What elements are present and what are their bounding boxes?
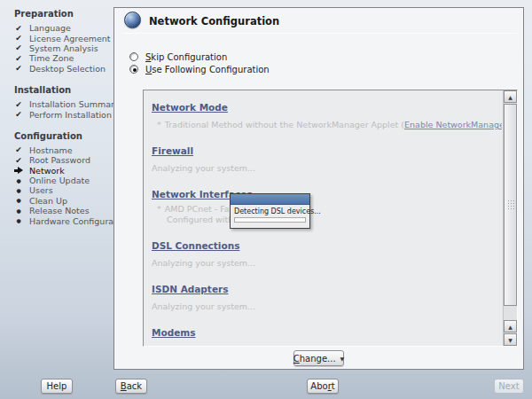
change-button[interactable]: Change... ▼ [293,350,344,366]
step-license-agreement: ✔ License Agreement [14,33,113,43]
main-panel: Network Configuration Skip Configuration… [113,7,524,370]
summary-section-firewall: Firewall Analyzing your system... [152,141,498,173]
popup-message: Detecting DSL devices... [231,205,309,217]
check-icon: ✔ [14,64,23,73]
network-mode-detail: *Traditional Method without the NetworkM… [157,120,498,129]
pending-bullet-icon: ● [14,216,23,225]
check-icon: ✔ [14,43,23,52]
step-perform-installation: ✔ Perform Installation [14,109,113,119]
radio-selected-icon [129,65,138,74]
steps-section-preparation: Preparation ✔ Language ✔ License Agreeme… [14,9,113,74]
isdn-status: Analyzing your system... [152,301,498,311]
installer-steps-sidebar: Preparation ✔ Language ✔ License Agreeme… [0,0,113,238]
check-icon: ✔ [14,110,23,119]
pending-bullet-icon: ● [14,176,23,185]
pending-bullet-icon: ● [14,186,23,195]
network-interfaces-detail-2: Configured with [167,215,498,224]
step-desktop-selection: ✔ Desktop Selection [14,64,113,74]
pending-bullet-icon: ● [14,196,23,205]
step-time-zone: ✔ Time Zone [14,53,113,63]
summary-section-dsl: DSL Connections Analyzing your system... [152,236,498,268]
firewall-status: Analyzing your system... [152,163,498,173]
radio-unselected-icon [129,52,138,61]
modems-link[interactable]: Modems [152,327,196,338]
isdn-adapters-link[interactable]: ISDN Adapters [152,284,228,294]
scroll-up-icon[interactable]: ▲ [504,320,517,332]
globe-icon [124,12,141,28]
network-interfaces-detail: *AMD PCnet - Fast 79C971 [157,204,498,214]
radio-use-following-configuration[interactable]: Use Following Configuration [129,63,270,75]
scroll-down-icon[interactable]: ▼ [504,333,517,346]
steps-section-title: Preparation [14,9,113,19]
current-step-arrow-icon [14,167,23,175]
installer-window: { "icons": { "check": "✔", "pending_bull… [0,0,532,399]
check-icon: ✔ [14,54,23,63]
modems-status: Analyzing your system... [152,345,498,346]
enable-networkmanager-link[interactable]: Enable NetworkManager [404,120,502,129]
summary-section-network-mode: Network Mode *Traditional Method without… [152,98,498,129]
scroll-up-icon[interactable]: ▲ [504,90,517,103]
step-users: ● Users [14,185,113,195]
help-button[interactable]: Help [41,379,73,394]
next-button[interactable]: Next [494,379,524,394]
popup-progress-bar [234,217,306,223]
network-summary-content: Network Mode *Traditional Method without… [144,90,502,346]
step-network-current: Network [14,166,113,176]
step-online-update: ● Online Update [14,176,113,185]
step-hardware-configuration: ● Hardware Configuration [14,215,113,225]
configuration-mode-radio-group: Skip Configuration Use Following Configu… [129,51,270,75]
summary-section-network-interfaces: Network Interfaces *AMD PCnet - Fast 79C… [152,184,498,224]
scrollbar-thumb[interactable] [504,104,517,306]
step-release-notes: ● Release Notes [14,206,113,215]
bullet-asterisk: * [157,120,161,129]
summary-scrollbar[interactable]: ▲ ▲ ▼ [503,90,517,346]
steps-section-installation: Installation ✔ Installation Summary ✔ Pe… [14,85,113,120]
check-icon: ✔ [14,100,23,109]
steps-section-title: Installation [14,85,113,95]
step-clean-up: ● Clean Up [14,196,113,206]
dsl-connections-link[interactable]: DSL Connections [152,240,239,251]
pending-bullet-icon: ● [14,207,23,215]
step-hostname: ✔ Hostname [14,145,113,155]
radio-skip-configuration[interactable]: Skip Configuration [129,51,270,63]
page-title: Network Configuration [149,15,279,27]
step-language: ✔ Language [14,23,113,33]
step-system-analysis: ✔ System Analysis [14,43,113,53]
back-button[interactable]: Back [115,379,147,394]
bullet-asterisk: * [157,204,161,214]
check-icon: ✔ [14,145,23,154]
network-mode-link[interactable]: Network Mode [152,102,228,113]
firewall-link[interactable]: Firewall [152,145,193,156]
summary-section-modems: Modems Analyzing your system... [152,323,498,346]
check-icon: ✔ [14,156,23,165]
check-icon: ✔ [14,34,23,43]
steps-section-configuration: Configuration ✔ Hostname ✔ Root Password… [14,131,113,226]
dsl-status: Analyzing your system... [152,258,498,268]
step-installation-summary: ✔ Installation Summary [14,99,113,109]
popup-titlebar[interactable] [231,194,309,205]
steps-section-title: Configuration [14,131,113,141]
step-root-password: ✔ Root Password [14,155,113,165]
abort-button[interactable]: Abort [307,379,339,394]
network-summary-box: Network Mode *Traditional Method without… [143,90,518,347]
dropdown-arrow-icon: ▼ [340,356,345,362]
summary-section-isdn: ISDN Adapters Analyzing your system... [152,279,498,311]
detecting-dsl-popup: Detecting DSL devices... [230,193,310,229]
check-icon: ✔ [14,24,23,33]
header-separator [122,33,517,34]
